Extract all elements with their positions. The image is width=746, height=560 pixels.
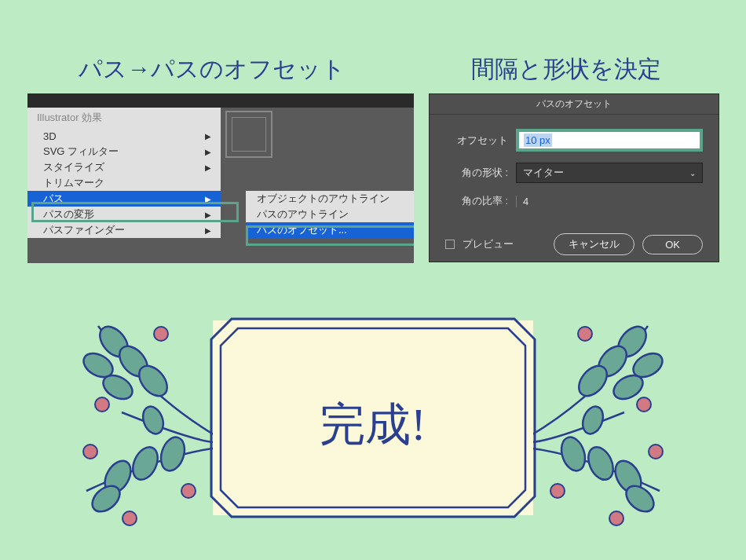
menu-item-3d[interactable]: 3D ▶ xyxy=(27,128,221,144)
svg-point-14 xyxy=(123,511,137,525)
ok-button[interactable]: OK xyxy=(642,235,703,254)
preview-checkbox[interactable] xyxy=(445,240,455,249)
menu-item-label: パスの変形 xyxy=(43,207,94,221)
svg-point-13 xyxy=(181,484,196,498)
cancel-button[interactable]: キャンセル xyxy=(554,233,634,255)
svg-point-6 xyxy=(128,443,163,484)
offset-input[interactable]: 10 px xyxy=(516,129,703,152)
svg-point-7 xyxy=(157,434,188,474)
svg-point-29 xyxy=(609,511,623,525)
decorative-frame: 完成! xyxy=(208,316,538,520)
menu-item-label: SVG フィルター xyxy=(43,145,119,159)
menu-item-trim-marks[interactable]: トリムマーク xyxy=(27,175,221,191)
menu-item-label: パスのアウトライン xyxy=(257,207,349,221)
menu-item-svg-filter[interactable]: SVG フィルター ▶ xyxy=(27,144,221,159)
preview-label: プレビュー xyxy=(463,237,546,251)
corner-shape-label: 角の形状 : xyxy=(445,166,508,180)
svg-point-28 xyxy=(550,484,565,498)
svg-point-25 xyxy=(637,397,651,412)
menu-item-distort-transform[interactable]: パスの変形 ▶ xyxy=(27,207,221,222)
menu-item-label: パスのオフセット... xyxy=(257,223,347,237)
artboard-icon xyxy=(225,111,272,158)
submenu-arrow-icon: ▶ xyxy=(205,132,211,141)
effects-menu: Illustrator 効果 3D ▶ SVG フィルター ▶ スタイライズ ▶… xyxy=(27,108,221,238)
corner-ratio-label: 角の比率 : xyxy=(445,194,508,208)
menu-panel: Illustrator 効果 3D ▶ SVG フィルター ▶ スタイライズ ▶… xyxy=(27,93,414,263)
svg-point-24 xyxy=(580,404,607,437)
menu-item-path[interactable]: パス ▶ xyxy=(27,191,221,207)
submenu-arrow-icon: ▶ xyxy=(205,148,211,156)
menu-dark-strip xyxy=(27,93,414,108)
offset-label: オフセット xyxy=(445,134,508,148)
menu-item-label: パス xyxy=(43,192,64,206)
chevron-down-icon: ⌄ xyxy=(689,169,696,178)
path-submenu: オブジェクトのアウトライン パスのアウトライン パスのオフセット... xyxy=(246,191,414,238)
svg-point-26 xyxy=(578,327,592,341)
menu-item-pathfinder[interactable]: パスファインダー ▶ xyxy=(27,222,221,238)
offset-path-dialog: パスのオフセット オフセット 10 px 角の形状 : マイター ⌄ 角の比率 … xyxy=(429,93,719,262)
submenu-item-outline-stroke[interactable]: パスのアウトライン xyxy=(246,207,414,222)
heading-path-offset: パス→パスのオフセット xyxy=(79,53,346,86)
menu-item-label: スタイライズ xyxy=(43,160,104,174)
svg-point-27 xyxy=(649,445,663,459)
svg-point-12 xyxy=(83,445,97,459)
corner-shape-select[interactable]: マイター ⌄ xyxy=(516,163,703,183)
svg-point-9 xyxy=(140,404,167,437)
menu-item-label: オブジェクトのアウトライン xyxy=(257,192,389,206)
heading-spacing-shape: 間隔と形状を決定 xyxy=(471,53,661,86)
submenu-arrow-icon: ▶ xyxy=(205,163,211,172)
svg-point-21 xyxy=(583,443,618,484)
svg-point-10 xyxy=(95,397,109,412)
select-value: マイター xyxy=(523,166,564,180)
menu-item-label: トリムマーク xyxy=(43,176,104,190)
dialog-title: パスのオフセット xyxy=(430,94,719,115)
submenu-arrow-icon: ▶ xyxy=(205,226,211,235)
submenu-arrow-icon: ▶ xyxy=(205,210,211,219)
menu-item-label: 3D xyxy=(43,130,57,142)
submenu-item-offset-path[interactable]: パスのオフセット... xyxy=(246,222,414,238)
completion-illustration: 完成! xyxy=(0,298,746,550)
menu-item-stylize[interactable]: スタイライズ ▶ xyxy=(27,159,221,175)
submenu-arrow-icon: ▶ xyxy=(205,195,211,203)
corner-ratio-value[interactable]: 4 xyxy=(516,196,703,207)
completion-text: 完成! xyxy=(208,394,538,456)
menu-section-header: Illustrator 効果 xyxy=(27,108,221,128)
svg-point-11 xyxy=(154,327,168,341)
svg-point-22 xyxy=(558,434,589,474)
menu-item-label: パスファインダー xyxy=(43,223,125,237)
submenu-item-outline-object[interactable]: オブジェクトのアウトライン xyxy=(246,191,414,207)
